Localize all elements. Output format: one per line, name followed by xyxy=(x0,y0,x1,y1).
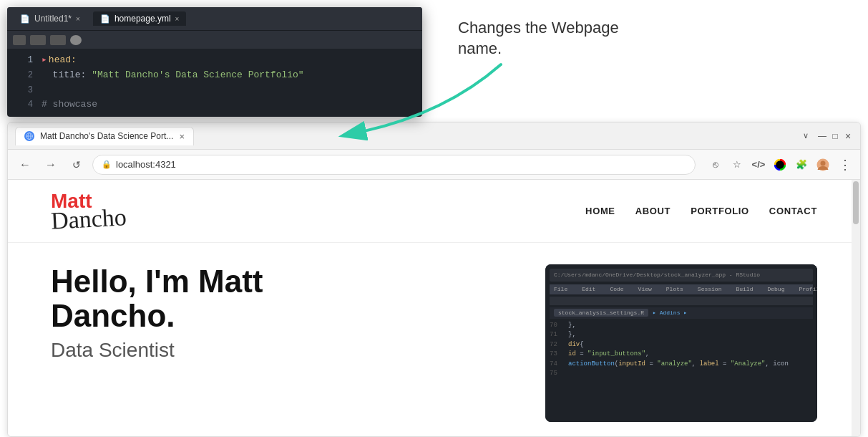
browser-controls: ∨ — □ × xyxy=(803,131,853,141)
nav-contact[interactable]: CONTACT xyxy=(769,206,817,216)
scrollbar-thumb[interactable] xyxy=(853,181,859,224)
nav-about[interactable]: ABOUT xyxy=(635,206,670,216)
close-tab-untitled[interactable]: × xyxy=(76,15,80,23)
inner-code-line-74: 74 actionButton(inputId = "analyze", lab… xyxy=(550,360,813,370)
svg-point-6 xyxy=(821,160,826,165)
color-circle-icon[interactable] xyxy=(771,156,789,173)
tab-homepage[interactable]: 📄 homepage.yml × xyxy=(93,11,187,26)
code-line-2: 2 title: "Matt Dancho's Data Science Por… xyxy=(7,68,422,83)
hero-image: C:/Users/mdanc/OneDrive/Desktop/stock_an… xyxy=(545,264,817,422)
maximize-button[interactable]: □ xyxy=(830,131,840,141)
nav-right-icons: ⎋ ☆ </> 🧩 ⋮ xyxy=(707,156,853,173)
menu-icon[interactable]: ⋮ xyxy=(836,156,853,173)
editor-titlebar: 📄 Untitled1* × 📄 homepage.yml × xyxy=(7,7,422,30)
close-tab-homepage[interactable]: × xyxy=(175,15,180,23)
back-button[interactable]: ← xyxy=(15,155,35,175)
site-navigation: HOME ABOUT PORTFOLIO CONTACT xyxy=(585,206,817,216)
lock-icon: 🔒 xyxy=(102,160,112,169)
url-text: localhost:4321 xyxy=(116,159,176,170)
browser-scrollbar[interactable] xyxy=(852,180,860,436)
code-line-4: 4 # showcase xyxy=(7,97,422,112)
tab-untitled[interactable]: 📄 Untitled1* × xyxy=(13,11,87,26)
bullet-icon: ▸ xyxy=(42,53,47,68)
code-editor: 📄 Untitled1* × 📄 homepage.yml × 1 ▸ head… xyxy=(7,7,422,117)
share-icon[interactable]: ⎋ xyxy=(707,156,724,173)
bookmark-icon[interactable]: ☆ xyxy=(728,156,746,173)
hero-section: Hello, I'm Matt Dancho. Data Scientist C… xyxy=(8,243,860,436)
inner-code-line-72: 72 div{ xyxy=(550,340,813,350)
close-window-button[interactable]: × xyxy=(843,131,853,141)
browser-nav: ← → ↺ 🔒 localhost:4321 ⎋ ☆ </> 🧩 xyxy=(8,150,860,180)
inner-code-line-73: 73 id = "input_buttons", xyxy=(550,350,813,360)
browser-titlebar: Matt Dancho's Data Science Port... × ∨ —… xyxy=(8,123,860,150)
puzzle-icon[interactable]: 🧩 xyxy=(793,156,810,173)
chevron-down-icon: ∨ xyxy=(803,131,809,140)
close-tab-browser[interactable]: × xyxy=(179,131,185,142)
hero-text: Hello, I'm Matt Dancho. Data Scientist xyxy=(51,264,517,422)
code-line-3: 3 xyxy=(7,83,422,98)
profile-icon[interactable] xyxy=(814,156,832,173)
site-logo: Matt Dancho xyxy=(51,191,127,231)
refresh-button[interactable]: ↺ xyxy=(67,155,87,175)
inner-code-line-75: 75 xyxy=(550,369,813,379)
browser-tab[interactable]: Matt Dancho's Data Science Port... × xyxy=(15,127,194,145)
inner-editor: C:/Users/mdanc/OneDrive/Desktop/stock_an… xyxy=(545,264,817,422)
hero-title: Hello, I'm Matt Dancho. xyxy=(51,264,517,334)
minimize-button[interactable]: — xyxy=(817,131,827,141)
toolbar-btn-search[interactable] xyxy=(70,35,82,45)
logo-dancho: Dancho xyxy=(50,206,127,232)
tab-title: Matt Dancho's Data Science Port... xyxy=(40,131,173,141)
code-line-1: 1 ▸ head: xyxy=(7,53,422,68)
inner-code-line-70: 70 }, xyxy=(550,321,813,331)
toolbar-btn-3[interactable] xyxy=(50,35,66,45)
webpage-content: Matt Dancho HOME ABOUT PORTFOLIO CONTACT… xyxy=(8,180,860,436)
address-bar[interactable]: 🔒 localhost:4321 xyxy=(92,155,696,175)
webpage-navbar: Matt Dancho HOME ABOUT PORTFOLIO CONTACT xyxy=(8,180,860,243)
inner-code-line-71: 71 }, xyxy=(550,330,813,340)
editor-content: 1 ▸ head: 2 title: "Matt Dancho's Data S… xyxy=(7,49,422,117)
editor-toolbar xyxy=(7,30,422,49)
toolbar-btn-1[interactable] xyxy=(13,35,26,45)
annotation-text: Changes the Webpage name. xyxy=(458,18,619,59)
tab-globe-icon xyxy=(24,131,34,141)
nav-portfolio[interactable]: PORTFOLIO xyxy=(691,206,749,216)
hero-subtitle: Data Scientist xyxy=(51,339,517,362)
nav-home[interactable]: HOME xyxy=(585,206,615,216)
extensions-icon[interactable]: </> xyxy=(750,156,767,173)
toolbar-btn-2[interactable] xyxy=(30,35,46,45)
inner-editor-toolbar: C:/Users/mdanc/OneDrive/Desktop/stock_an… xyxy=(550,269,813,282)
browser-window: Matt Dancho's Data Science Port... × ∨ —… xyxy=(7,122,861,437)
forward-button[interactable]: → xyxy=(41,155,61,175)
